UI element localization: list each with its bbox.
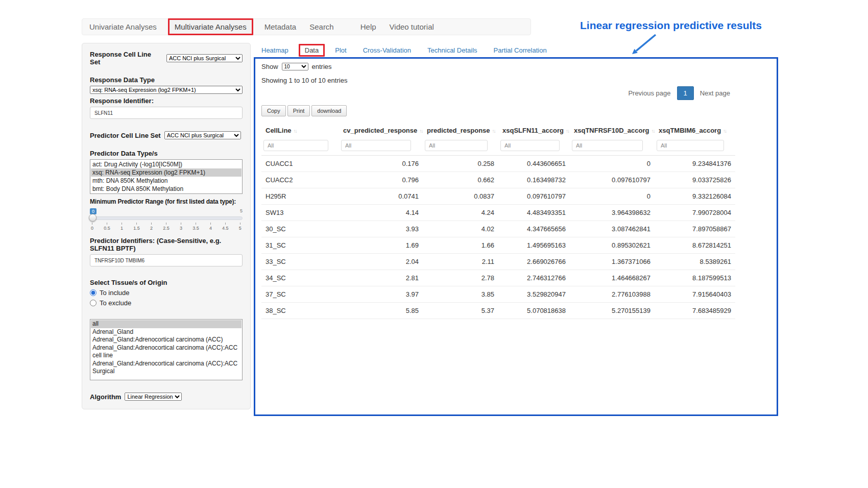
next-page-button[interactable]: Next page [695, 87, 735, 100]
table-filter-row [261, 138, 735, 156]
filter-input-predicted-response[interactable] [425, 140, 488, 151]
listbox-option[interactable]: Adrenal_Gland:Adrenocortical carcinoma (… [91, 344, 242, 360]
sort-icon[interactable] [294, 128, 297, 134]
nav-search[interactable]: Search [309, 22, 334, 31]
value-cell: 1.464668267 [570, 270, 655, 286]
sort-icon[interactable] [566, 128, 569, 134]
page-number-button[interactable]: 1 [677, 86, 694, 100]
response-cell-line-set-label: Response Cell Line Set [90, 51, 163, 66]
value-cell: 8.672814251 [655, 237, 735, 254]
cell-line-cell: H295R [261, 188, 339, 205]
response-identifier-input[interactable] [90, 107, 243, 119]
filter-cell [498, 138, 570, 156]
listbox-option[interactable]: act: Drug Activity (-log10[IC50M]) [91, 160, 242, 168]
listbox-option[interactable]: Adrenal_Gland [91, 328, 242, 336]
slider-tick: 5 [239, 223, 242, 231]
response-data-type-select[interactable]: xsq: RNA-seq Expression (log2 FPKM+1) [90, 86, 243, 94]
slider-track[interactable] [90, 216, 243, 220]
tab-heatmap[interactable]: Heatmap [255, 44, 295, 57]
slider-tick: 3 [180, 223, 182, 231]
listbox-option[interactable]: Adrenal_Gland:Adrenocortical carcinoma (… [91, 336, 242, 344]
nav-univariate-analyses[interactable]: Univariate Analyses [89, 22, 157, 31]
column-header-xsqtmbim6-accorg[interactable]: xsqTMBIM6_accorg [655, 123, 735, 138]
tab-technical-details[interactable]: Technical Details [421, 44, 484, 57]
response-data-type-group: Response Data Type xsq: RNA-seq Expressi… [90, 76, 243, 119]
value-cell: 0.163498732 [498, 172, 570, 188]
page: Univariate Analyses Multivariate Analyse… [0, 0, 868, 488]
value-cell: 0.443606651 [498, 156, 570, 172]
listbox-option[interactable]: mth: DNA 850K Methylation [91, 177, 242, 185]
predictor-cell-line-set-row: Predictor Cell Line Set ACC NCI plus Sur… [90, 131, 243, 139]
value-cell: 0.258 [423, 156, 498, 172]
tab-partial-correlation[interactable]: Partial Correlation [488, 44, 553, 57]
filter-input-xsqtmbim6-accorg[interactable] [657, 140, 724, 151]
listbox-option[interactable]: bmt: Body DNA 850K Methylation [91, 185, 242, 193]
to-exclude-label: To exclude [100, 299, 131, 307]
min-predictor-range-label: Minimum Predictor Range (for first liste… [90, 198, 243, 205]
min-predictor-range-slider[interactable]: 0 5 00.511.522.533.544.55 [90, 208, 243, 234]
value-cell: 2.746312766 [498, 270, 570, 286]
response-cell-line-set-select[interactable]: ACC NCI plus Surgical [166, 54, 243, 62]
sort-icon[interactable] [492, 128, 495, 134]
nav-video-tutorial[interactable]: Video tutorial [390, 22, 434, 31]
nav-multivariate-analyses[interactable]: Multivariate Analyses [168, 18, 253, 35]
value-cell: 0.176 [339, 156, 423, 172]
show-entries-select[interactable]: 10 [282, 63, 308, 70]
copy-button[interactable]: Copy [261, 105, 286, 116]
listbox-option[interactable]: Adrenal_Gland:Adrenocortical carcinoma (… [91, 360, 242, 376]
column-header-cellline[interactable]: CellLine [261, 123, 339, 138]
algorithm-select[interactable]: Linear Regression [125, 393, 182, 401]
sort-icon[interactable] [419, 128, 422, 134]
value-cell: 9.234841376 [655, 156, 735, 172]
value-cell: 7.990728004 [655, 205, 735, 221]
table-body: CUACC10.1760.2580.44360665109.234841376C… [261, 156, 735, 319]
column-header-label: xsqTNFRSF10D_accorg [574, 127, 649, 134]
filter-input-cv-predicted-response[interactable] [341, 140, 411, 151]
table-row: 37_SC3.973.853.5298209472.7761039887.915… [261, 286, 735, 303]
predictor-identifiers-input[interactable] [90, 254, 243, 266]
value-cell: 2.04 [339, 254, 423, 270]
listbox-option-selected[interactable]: all [91, 320, 242, 328]
sort-icon[interactable] [723, 128, 726, 134]
filter-input-cellline[interactable] [263, 140, 328, 151]
value-cell: 2.11 [423, 254, 498, 270]
listbox-option-selected[interactable]: xsq: RNA-seq Expression (log2 FPKM+1) [91, 168, 242, 177]
sort-icon[interactable] [651, 128, 654, 134]
value-cell: 5.070818638 [498, 303, 570, 319]
nav-metadata[interactable]: Metadata [264, 22, 297, 31]
value-cell: 1.367371066 [570, 254, 655, 270]
nav-help[interactable]: Help [360, 22, 376, 31]
response-cell-line-set-row: Response Cell Line Set ACC NCI plus Surg… [90, 51, 243, 66]
filter-cell [655, 138, 735, 156]
filter-cell [339, 138, 423, 156]
to-include-radio[interactable] [90, 289, 97, 296]
pagination: Previous page 1 Next page [261, 86, 735, 100]
value-cell: 2.776103988 [570, 286, 655, 303]
slider-max-label: 5 [240, 208, 243, 213]
tab-plot[interactable]: Plot [329, 44, 352, 57]
sidebar: Response Cell Line Set ACC NCI plus Surg… [82, 43, 251, 409]
print-button[interactable]: Print [287, 105, 310, 116]
tab-cross-validation[interactable]: Cross-Validation [357, 44, 417, 57]
to-include-row: To include [90, 289, 243, 297]
cell-line-cell: 30_SC [261, 221, 339, 237]
download-button[interactable]: download [311, 105, 347, 116]
slider-handle[interactable] [89, 214, 97, 222]
previous-page-button[interactable]: Previous page [623, 87, 676, 100]
filter-input-xsqslfn11-accorg[interactable] [500, 140, 560, 151]
to-exclude-radio[interactable] [90, 300, 97, 306]
tab-data[interactable]: Data [299, 44, 325, 57]
results-panel-inner: Show 10 entries Showing 1 to 10 of 10 en… [261, 63, 735, 319]
value-cell: 1.66 [423, 237, 498, 254]
column-header-xsqtnfrsf10d-accorg[interactable]: xsqTNFRSF10D_accorg [570, 123, 655, 138]
tissue-list-group: all Adrenal_Gland Adrenal_Gland:Adrenoco… [90, 319, 243, 380]
predictor-cell-line-set-select[interactable]: ACC NCI plus Surgical [164, 131, 241, 139]
value-cell: 2.78 [423, 270, 498, 286]
table-row: CUACC20.7960.6620.1634987320.0976107979.… [261, 172, 735, 188]
to-exclude-row: To exclude [90, 299, 243, 307]
filter-input-xsqtnfrsf10d-accorg[interactable] [572, 140, 643, 151]
column-header-xsqslfn11-accorg[interactable]: xsqSLFN11_accorg [498, 123, 570, 138]
column-header-predicted-response[interactable]: predicted_response [423, 123, 498, 138]
value-cell: 4.14 [339, 205, 423, 221]
column-header-cv-predicted-response[interactable]: cv_predicted_response [339, 123, 423, 138]
